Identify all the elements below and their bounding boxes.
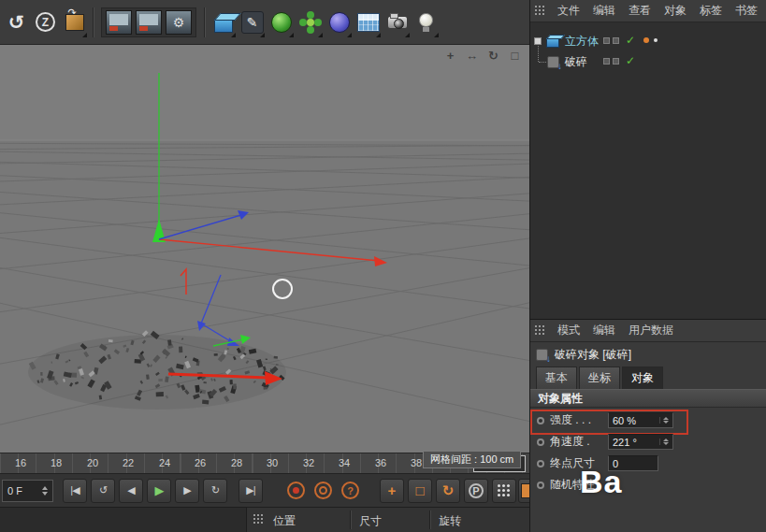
keyframe-circle-icon[interactable] (537, 482, 544, 489)
timeline-tick: 36 (369, 457, 392, 468)
auto-keyframe-button[interactable] (314, 482, 332, 499)
enabled-check-icon[interactable]: ✓ (626, 55, 635, 66)
right-panel: 文件 编辑 查看 对象 标签 书签 立方体 ✓ 破碎 (529, 0, 766, 532)
panel-grid-icon[interactable] (535, 6, 546, 17)
tab-object[interactable]: 对象 (622, 367, 663, 389)
render-view-button[interactable] (106, 10, 132, 35)
render-visibility-toggle[interactable] (613, 37, 619, 44)
array-icon (299, 11, 322, 34)
position-label: 位置 (273, 513, 296, 529)
undo-icon: ↺ (8, 11, 25, 34)
tab-basic[interactable]: 基本 (536, 367, 577, 389)
object-manager: 立方体 ✓ 破碎 ✓ (530, 23, 766, 319)
angular-speed-field[interactable]: 221 ° (608, 434, 673, 450)
dot-grid-icon (497, 483, 512, 498)
frame-spinner[interactable] (42, 486, 48, 496)
timeline-tick: 34 (333, 457, 355, 468)
projection-p-icon: P (469, 483, 484, 498)
move-tool-button[interactable]: + (380, 479, 404, 503)
menu-file[interactable]: 文件 (551, 3, 586, 19)
pan-view-icon[interactable]: + (443, 49, 457, 63)
panel-grid-icon[interactable] (535, 325, 546, 337)
menu-mode[interactable]: 模式 (551, 323, 586, 338)
keyframe-help-button[interactable]: ? (341, 482, 359, 499)
play-backwards-button[interactable]: ↺ (91, 479, 115, 503)
play-button[interactable]: ▶ (147, 479, 171, 503)
loop-button[interactable]: ↻ (203, 479, 227, 503)
timeline-tick: 28 (225, 457, 248, 468)
object-label-cube[interactable]: 立方体 (565, 34, 599, 50)
camera-button[interactable] (383, 6, 412, 39)
rotate-view-icon[interactable]: ↻ (486, 49, 500, 63)
object-toggles: ✓ (603, 35, 658, 46)
angular-speed-value: 221 ° (613, 437, 637, 448)
zoom-view-icon[interactable]: ↔ (465, 49, 479, 63)
frame-selection-button[interactable] (60, 6, 89, 39)
array-button[interactable] (296, 6, 325, 39)
editor-visibility-toggle[interactable] (603, 58, 610, 65)
add-cube-button[interactable] (209, 6, 238, 39)
add-cube-icon (214, 19, 233, 33)
field-spinner[interactable] (659, 439, 669, 445)
menu-edit[interactable]: 编辑 (586, 3, 622, 19)
menu-tags[interactable]: 标签 (693, 3, 729, 19)
light-button[interactable] (412, 6, 441, 39)
keyframe-circle-icon[interactable] (537, 417, 544, 424)
pen-tool-button[interactable]: ✎ (238, 6, 267, 39)
previous-frame-button[interactable]: ◀ (119, 479, 143, 503)
rotate-tool-button[interactable]: ↻ (436, 479, 460, 503)
render-visibility-toggle[interactable] (613, 58, 619, 65)
goto-start-button[interactable]: |◀ (63, 479, 87, 503)
render-button-group: ⚙ (101, 7, 196, 37)
projection-button[interactable]: P (464, 479, 488, 503)
tag-dot-icon[interactable] (654, 38, 658, 42)
environment-button[interactable] (354, 6, 383, 39)
redo-z-icon: Z (36, 12, 55, 32)
scale-tool-button[interactable]: □ (408, 479, 432, 503)
current-frame-field[interactable]: 0 F (2, 480, 53, 502)
menu-bookmarks[interactable]: 书签 (729, 3, 764, 19)
attribute-tabs: 基本 坐标 对象 (536, 367, 663, 389)
next-frame-button[interactable]: ▶ (175, 479, 199, 503)
tab-coordinates[interactable]: 坐标 (579, 367, 620, 389)
viewport[interactable]: + ↔ ↻ □ (0, 45, 529, 453)
snap-grid-button[interactable] (492, 479, 516, 503)
phong-tag-icon[interactable] (643, 37, 649, 43)
goto-end-button[interactable]: ▶| (238, 479, 263, 503)
strength-value: 60 % (613, 415, 636, 426)
field-spinner[interactable] (659, 417, 669, 424)
attribute-title-row: 破碎对象 [破碎] (530, 344, 631, 365)
pen-tool-icon: ✎ (241, 11, 264, 34)
property-row-angular-speed: 角速度 . 221 ° (530, 431, 766, 453)
redo-button[interactable]: Z (31, 6, 60, 39)
object-row-fracture[interactable]: 破碎 ✓ (530, 52, 766, 71)
object-label-fracture[interactable]: 破碎 (565, 54, 587, 70)
object-row-cube[interactable]: 立方体 ✓ (530, 32, 766, 50)
keyframe-circle-icon[interactable] (537, 460, 544, 467)
enabled-check-icon[interactable]: ✓ (626, 35, 635, 46)
render-picture-viewer-button[interactable] (136, 10, 162, 35)
editor-visibility-toggle[interactable] (603, 37, 610, 44)
generators-button[interactable] (267, 6, 296, 39)
keyframe-circle-icon[interactable] (537, 439, 544, 446)
property-rows: 强度 . . . 60 % 角速度 . 221 ° 终点尺寸 0 (530, 410, 766, 496)
render-settings-button[interactable]: ⚙ (166, 10, 192, 35)
deformers-button[interactable] (325, 6, 354, 39)
expand-toggle-icon[interactable] (534, 37, 542, 45)
attribute-manager: 模式 编辑 用户数据 破碎对象 [破碎] 基本 坐标 对象 对象属性 强度 . … (530, 319, 766, 532)
menu-object[interactable]: 对象 (658, 3, 693, 19)
object-toggles: ✓ (603, 55, 635, 66)
coordbar-separator (429, 510, 430, 529)
strength-field[interactable]: 60 % (608, 412, 673, 428)
maximize-view-icon[interactable]: □ (508, 49, 522, 63)
toolbar-separator (93, 7, 94, 37)
record-keyframe-button[interactable] (287, 482, 305, 499)
menu-view[interactable]: 查看 (622, 3, 658, 19)
menu-edit2[interactable]: 编辑 (586, 323, 622, 338)
undo-button[interactable]: ↺ (2, 6, 31, 39)
viewport-canvas[interactable] (0, 45, 529, 453)
coordinate-grid-icon[interactable] (253, 514, 265, 525)
property-row-end-size: 终点尺寸 0 (530, 453, 766, 474)
timeline-tick: 24 (153, 457, 176, 468)
menu-user-data[interactable]: 用户数据 (622, 323, 680, 338)
